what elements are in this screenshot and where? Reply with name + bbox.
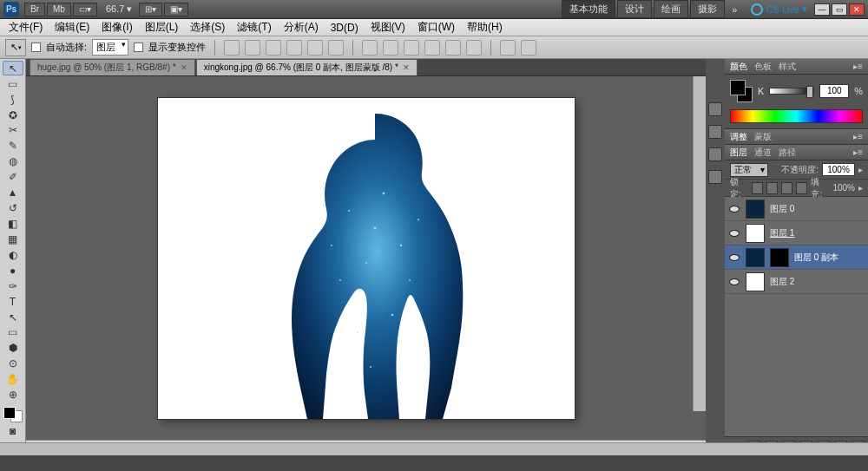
quick-mask-toggle[interactable]: ◙ [3,423,23,438]
align-icon[interactable] [307,40,323,56]
menu-view[interactable]: 视图(V) [365,18,411,36]
document-tab-huge[interactable]: huge.jpg @ 50% (图层 1, RGB/8#) *✕ [30,59,195,75]
tab-masks[interactable]: 蒙版 [754,131,772,143]
opacity-arrow-icon[interactable]: ▸ [858,165,863,174]
hand-tool[interactable]: ✋ [3,372,23,387]
fill-input[interactable]: 100% [832,183,855,193]
align-icon[interactable] [266,40,281,56]
layer-row[interactable]: 图层 0 副本 [725,245,868,270]
align-icon[interactable] [328,40,344,56]
panel-icon[interactable] [708,147,722,161]
auto-select-checkbox[interactable] [31,43,41,52]
bridge-button[interactable]: Br [24,3,45,16]
layer-thumb[interactable] [746,200,765,219]
visibility-toggle-icon[interactable] [728,203,740,215]
pen-tool[interactable]: ✑ [3,278,23,293]
move-tool-icon[interactable]: ↖▾ [5,39,26,56]
move-tool[interactable]: ↖ [3,61,23,75]
minibridge-button[interactable]: Mb [47,3,71,16]
color-swatch[interactable] [730,80,753,102]
lasso-tool[interactable]: ⟆ [3,92,23,107]
layer-row[interactable]: 图层 1 [725,221,868,245]
close-tab-icon[interactable]: ✕ [403,63,410,72]
canvas[interactable] [158,98,575,419]
gradient-tool[interactable]: ▦ [3,232,23,246]
menu-analysis[interactable]: 分析(A) [279,18,324,36]
healing-tool[interactable]: ◍ [3,154,23,169]
menu-3d[interactable]: 3D(D) [326,20,364,36]
menu-image[interactable]: 图像(I) [96,18,137,36]
arrange-button[interactable]: ▣▾ [164,3,188,16]
tab-channels[interactable]: 通道 [754,147,772,159]
menu-select[interactable]: 选择(S) [185,18,230,36]
align-icon[interactable] [224,40,240,56]
layer-row[interactable]: 图层 2 [725,270,868,294]
view-extras-button[interactable]: ⊞▾ [139,3,162,16]
fill-arrow-icon[interactable]: ▸ [858,183,863,193]
panel-icon[interactable] [708,170,722,184]
horizontal-scrollbar[interactable] [0,442,868,455]
layer-name[interactable]: 图层 0 [770,203,794,215]
visibility-toggle-icon[interactable] [728,276,740,288]
path-select-tool[interactable]: ↖ [3,310,23,324]
tab-paths[interactable]: 路径 [779,147,796,159]
workspace-painting[interactable]: 绘画 [654,0,688,18]
tab-layers[interactable]: 图层 [730,147,747,159]
window-minimize-button[interactable]: ― [814,3,830,16]
workspace-photography[interactable]: 摄影 [690,0,725,18]
layer-thumb[interactable] [746,248,765,267]
panel-menu-icon[interactable]: ▸≡ [853,62,863,71]
3d-camera-tool[interactable]: ⊙ [3,357,23,371]
auto-align-icon[interactable] [500,40,516,56]
tab-swatches[interactable]: 色板 [754,61,772,73]
tab-adjustments[interactable]: 调整 [730,131,747,143]
menu-help[interactable]: 帮助(H) [462,18,508,36]
vertical-scrollbar[interactable] [693,76,706,411]
workspace-more[interactable]: » [732,4,737,15]
menu-layer[interactable]: 图层(L) [140,18,184,36]
close-tab-icon[interactable]: ✕ [181,63,187,72]
stamp-tool[interactable]: ▲ [3,186,23,200]
quick-select-tool[interactable]: ✪ [3,108,23,122]
eyedropper-tool[interactable]: ✎ [3,139,23,154]
lock-transparency-icon[interactable] [752,182,763,194]
distribute-icon[interactable] [404,40,419,56]
panel-icon[interactable] [708,125,722,139]
layer-name[interactable]: 图层 0 副本 [794,252,838,264]
panel-menu-icon[interactable]: ▸≡ [853,132,863,141]
workspace-design[interactable]: 设计 [617,0,652,18]
k-value-input[interactable]: 100 [819,84,849,98]
panel-icon[interactable] [708,102,722,116]
cslive-button[interactable]: CS Live ▾ [751,3,807,16]
tab-color[interactable]: 颜色 [730,61,747,73]
brush-tool[interactable]: ✐ [3,170,23,185]
visibility-toggle-icon[interactable] [728,227,740,239]
layer-mask-thumb[interactable] [770,248,789,267]
canvas-viewport[interactable] [26,76,706,440]
eraser-tool[interactable]: ◧ [3,217,23,232]
distribute-icon[interactable] [466,40,482,56]
distribute-icon[interactable] [383,40,398,56]
layer-thumb[interactable] [746,272,765,291]
layer-row[interactable]: 图层 0 [725,197,868,221]
menu-window[interactable]: 窗口(W) [412,18,460,36]
menu-edit[interactable]: 编辑(E) [49,18,95,36]
blend-mode-select[interactable]: 正常 [730,163,768,177]
align-icon[interactable] [286,40,302,56]
menu-file[interactable]: 文件(F) [3,18,48,36]
k-slider[interactable] [769,88,814,95]
align-icon[interactable] [245,40,260,56]
shape-tool[interactable]: ▭ [3,325,23,340]
spectrum-bar[interactable] [730,109,863,123]
opacity-input[interactable]: 100% [822,163,855,176]
distribute-icon[interactable] [424,40,440,56]
layer-name[interactable]: 图层 1 [770,227,794,239]
visibility-toggle-icon[interactable] [728,252,740,264]
panel-menu-icon[interactable]: ▸≡ [853,147,863,157]
3d-tool[interactable]: ⬢ [3,341,23,356]
auto-align-icon[interactable] [521,40,536,56]
show-transform-checkbox[interactable] [134,43,143,52]
color-swatch[interactable] [3,407,23,423]
zoom-readout[interactable]: 66.7 ▾ [106,3,132,15]
blur-tool[interactable]: ◐ [3,247,23,262]
